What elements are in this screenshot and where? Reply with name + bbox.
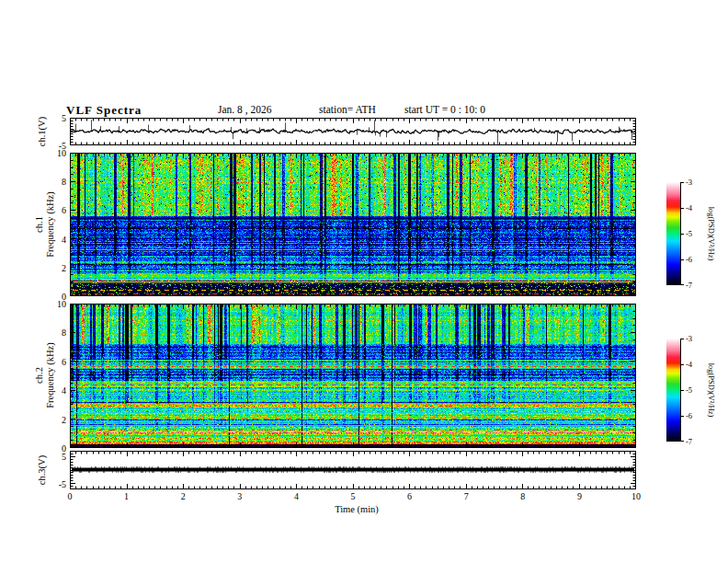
start-ut-label: start UT = 0 : 10: 0 [404, 104, 485, 115]
y-tick-label: 10 [57, 148, 66, 158]
ch1-spectrogram-canvas [70, 153, 636, 296]
x-tick-label: 0 [68, 491, 73, 501]
colorbar-tick-label: -6 [686, 255, 692, 264]
ch2-spectrogram-canvas [70, 304, 636, 448]
ch1-waveform-canvas [70, 118, 636, 145]
x-tick-label: 7 [464, 491, 469, 501]
ch3-voltage-axis-label: ch.3(V) [37, 455, 48, 485]
colorbar-tick-label: -3 [686, 178, 692, 187]
colorbar-tick-label: -7 [686, 281, 692, 290]
colorbar-tick-label: -3 [686, 334, 692, 343]
station-label: station= ATH [319, 104, 376, 115]
ch2-label-line1: ch.2 [34, 342, 45, 408]
colorbar-ch2-unit-label: log(PSD)(V²/Hz) [707, 363, 716, 418]
x-axis-title: Time (min) [335, 504, 379, 514]
ch3-waveform-canvas [70, 451, 636, 489]
ch1-label-line1: ch.1 [34, 191, 45, 257]
x-tick-label: 9 [577, 491, 582, 501]
y-tick-label: 4 [62, 385, 66, 396]
ch2-label-line2: Frequency (kHz) [44, 342, 55, 408]
ch1-voltage-axis-label: ch.1(V) [37, 117, 48, 146]
x-tick-label: 1 [124, 491, 129, 501]
colorbar-tick [680, 284, 684, 285]
colorbar-tick-label: -4 [686, 360, 692, 369]
colorbar-tick [680, 234, 684, 235]
colorbar-tick [680, 441, 684, 442]
x-tick-label: 6 [407, 491, 412, 501]
y-tick-label: 5 [62, 452, 66, 462]
x-tick-label: 4 [294, 491, 299, 501]
colorbar-tick-label: -5 [686, 385, 692, 395]
colorbar-ch2: log(PSD)(V²/Hz) -3-4-5-6-7 [666, 339, 728, 442]
ch2-frequency-axis-label: ch.2 Frequency (kHz) [34, 342, 55, 408]
colorbar-tick [680, 182, 684, 183]
figure-title: VLF Spectra [66, 103, 142, 118]
ch1-waveform-panel [70, 118, 636, 145]
y-tick-label: 4 [62, 234, 66, 244]
vlf-spectra-figure: VLF Spectra Jan. 8 , 2026 station= ATH s… [0, 0, 728, 563]
y-tick-label: -5 [59, 479, 66, 489]
x-tick-label: 5 [351, 491, 356, 501]
ch1-spectrogram-panel [70, 153, 636, 296]
colorbar-tick [680, 208, 684, 209]
colorbar-tick-label: -5 [686, 229, 692, 238]
colorbar-ch1-gradient [666, 182, 681, 285]
colorbar-ch1: log(PSD)(V²/Hz) -3-4-5-6-7 [666, 182, 728, 285]
colorbar-tick-label: -6 [686, 411, 692, 420]
colorbar-tick-label: -7 [686, 437, 692, 446]
colorbar-ch2-gradient [666, 339, 681, 442]
colorbar-tick [680, 259, 684, 260]
colorbar-ch1-unit-label: log(PSD)(V²/Hz) [707, 207, 716, 261]
ch2-spectrogram-panel [70, 304, 636, 448]
y-tick-label: 2 [62, 262, 66, 272]
x-tick-label: 10 [631, 491, 641, 501]
figure-date: Jan. 8 , 2026 [218, 104, 271, 115]
colorbar-tick [680, 390, 684, 391]
x-tick-label: 8 [520, 491, 525, 501]
ch3-waveform-panel [70, 451, 636, 489]
ch1-label-line2: Frequency (kHz) [44, 191, 55, 257]
y-tick-label: 8 [62, 327, 66, 338]
y-tick-label: 2 [62, 414, 66, 424]
y-tick-label: 6 [62, 205, 66, 215]
x-tick-label: 2 [181, 491, 186, 501]
y-tick-label: 10 [57, 299, 66, 309]
colorbar-tick [680, 416, 684, 417]
colorbar-tick [680, 339, 684, 339]
colorbar-tick [680, 364, 684, 365]
y-tick-label: 6 [62, 356, 66, 366]
colorbar-tick-label: -4 [686, 203, 692, 213]
y-tick-label: 5 [62, 113, 66, 123]
y-tick-label: 8 [62, 177, 66, 187]
ch1-frequency-axis-label: ch.1 Frequency (kHz) [34, 191, 55, 257]
x-tick-label: 3 [237, 491, 242, 501]
